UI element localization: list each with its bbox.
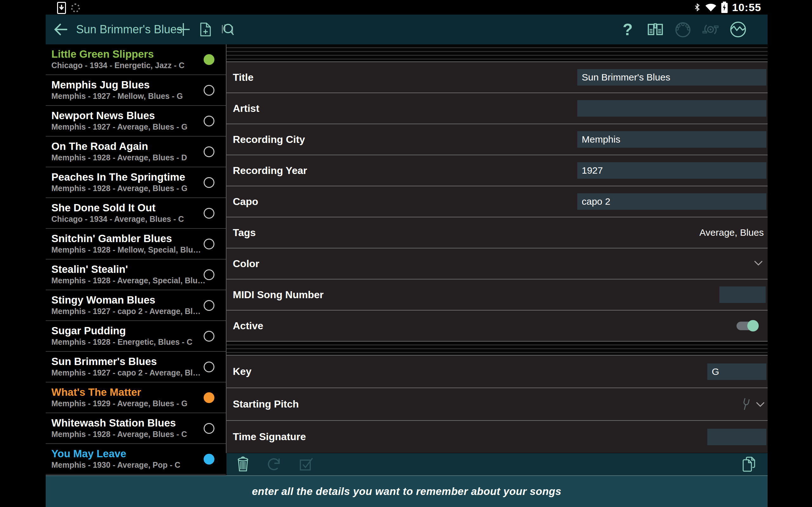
- time-signature-label: Time Signature: [233, 431, 306, 443]
- song-title: On The Road Again: [51, 141, 226, 152]
- song-color-radio[interactable]: [204, 392, 214, 403]
- song-subtitle: Memphis - 1928 - Energetic, Blues - C: [51, 337, 226, 347]
- song-subtitle: Memphis - 1930 - Average, Pop - C: [51, 460, 226, 469]
- back-arrow-button[interactable]: [53, 22, 68, 37]
- title-label: Title: [233, 72, 253, 83]
- pedal-button[interactable]: [702, 20, 719, 38]
- recording-city-input[interactable]: Memphis: [577, 131, 766, 148]
- form-row-midi-song-number: MIDI Song Number: [226, 279, 768, 310]
- song-title: Stingy Woman Blues: [51, 295, 226, 305]
- list-item-song[interactable]: Peaches In The Springtime Memphis - 1928…: [46, 167, 226, 198]
- list-item-song[interactable]: Memphis Jug Blues Memphis - 1927 - Mello…: [46, 75, 226, 106]
- hint-bar: enter all the details you want to rememb…: [46, 475, 768, 507]
- status-left-icons: [57, 2, 80, 14]
- starting-pitch-dropdown[interactable]: [740, 397, 765, 411]
- active-toggle[interactable]: [737, 320, 759, 332]
- phone-download-icon: [57, 2, 66, 14]
- song-subtitle: Chicago - 1934 - Average, Blues - C: [51, 215, 226, 224]
- list-item-song[interactable]: On The Road Again Memphis - 1928 - Avera…: [46, 136, 226, 167]
- add-song-button[interactable]: [176, 22, 191, 37]
- song-color-radio[interactable]: [204, 300, 214, 311]
- section-stripes-top: [226, 44, 768, 61]
- song-title: Whitewash Station Blues: [51, 418, 226, 429]
- artist-input[interactable]: [577, 100, 766, 117]
- song-subtitle: Memphis - 1927 - Mellow, Blues - G: [51, 92, 226, 101]
- capo-input[interactable]: capo 2: [577, 193, 766, 210]
- recording-year-input[interactable]: 1927: [577, 162, 766, 179]
- song-subtitle: Memphis - 1928 - Average, Special, Blu…: [51, 276, 226, 285]
- song-subtitle: Memphis - 1928 - Average, Blues - C: [51, 430, 226, 439]
- midi-song-number-label: MIDI Song Number: [233, 289, 323, 301]
- song-subtitle: Memphis - 1927 - Average, Blues - G: [51, 122, 226, 131]
- song-title: Stealin' Stealin': [51, 264, 226, 275]
- list-item-song[interactable]: Sugar Pudding Memphis - 1928 - Energetic…: [46, 321, 226, 352]
- form-row-tags[interactable]: Tags Average, Blues: [226, 217, 768, 248]
- song-title: Peaches In The Springtime: [51, 172, 226, 182]
- status-bar: 10:55: [0, 0, 812, 14]
- form-row-active: Active: [226, 310, 768, 341]
- duplicate-button[interactable]: [742, 456, 757, 473]
- song-title: Newport News Blues: [51, 110, 226, 121]
- song-color-radio[interactable]: [204, 116, 214, 126]
- form-row-time-signature: Time Signature: [226, 420, 768, 453]
- song-color-radio[interactable]: [204, 361, 214, 372]
- action-bar-left: [235, 453, 314, 475]
- key-input[interactable]: G: [707, 363, 766, 380]
- add-document-button[interactable]: [198, 22, 213, 37]
- artist-label: Artist: [233, 103, 259, 114]
- key-label: Key: [233, 366, 252, 377]
- list-item-song[interactable]: Snitchin' Gambler Blues Memphis - 1928 -…: [46, 229, 226, 260]
- form-row-key: Key G: [226, 355, 768, 388]
- capo-label: Capo: [233, 196, 258, 208]
- list-item-song[interactable]: Whitewash Station Blues Memphis - 1928 -…: [46, 413, 226, 444]
- recording-city-label: Recording City: [233, 134, 305, 146]
- tuner-button[interactable]: [729, 20, 747, 38]
- song-color-radio[interactable]: [204, 85, 214, 96]
- song-color-radio[interactable]: [204, 423, 214, 434]
- list-item-song[interactable]: Stingy Woman Blues Memphis - 1927 - capo…: [46, 290, 226, 321]
- song-title: Sugar Pudding: [51, 326, 226, 336]
- select-button[interactable]: [298, 456, 314, 472]
- app-toolbar: Sun Brimmer's Blues ?: [46, 14, 768, 44]
- time-signature-input[interactable]: [707, 429, 766, 445]
- sync-spinner-icon: [71, 3, 80, 12]
- song-color-radio[interactable]: [204, 54, 214, 65]
- song-title: Sun Brimmer's Blues: [51, 356, 226, 367]
- form-row-starting-pitch[interactable]: Starting Pitch: [226, 388, 768, 420]
- song-color-radio[interactable]: [204, 239, 214, 249]
- form-row-color[interactable]: Color: [226, 248, 768, 279]
- song-color-radio[interactable]: [204, 454, 214, 464]
- list-item-song[interactable]: You May Leave Memphis - 1930 - Average, …: [46, 444, 226, 475]
- color-dropdown[interactable]: [754, 260, 763, 267]
- midi-song-number-input[interactable]: [719, 286, 766, 303]
- toolbar-song-title: Sun Brimmer's Blues: [76, 14, 183, 44]
- bluetooth-icon: [693, 2, 701, 13]
- song-subtitle: Memphis - 1928 - Mellow, Special, Blu…: [51, 245, 226, 255]
- list-item-song[interactable]: Sun Brimmer's Blues Memphis - 1927 - cap…: [46, 352, 226, 383]
- list-item-song[interactable]: Stealin' Stealin' Memphis - 1928 - Avera…: [46, 260, 226, 290]
- undo-button[interactable]: [266, 456, 282, 472]
- song-title: Little Green Slippers: [51, 49, 226, 60]
- song-color-radio[interactable]: [204, 269, 214, 280]
- list-item-song[interactable]: Newport News Blues Memphis - 1927 - Aver…: [46, 106, 226, 136]
- song-list: Little Green Slippers Chicago - 1934 - E…: [46, 44, 226, 475]
- delete-button[interactable]: [235, 456, 251, 472]
- list-item-song[interactable]: What's The Matter Memphis - 1929 - Avera…: [46, 383, 226, 413]
- song-color-radio[interactable]: [204, 331, 214, 342]
- song-color-radio[interactable]: [204, 147, 214, 157]
- song-color-radio[interactable]: [204, 208, 214, 219]
- title-input[interactable]: Sun Brimmer's Blues: [577, 69, 766, 86]
- toolbar-right-actions: ?: [619, 14, 747, 44]
- song-title: Memphis Jug Blues: [51, 79, 226, 90]
- list-item-song[interactable]: She Done Sold It Out Chicago - 1934 - Av…: [46, 198, 226, 229]
- list-item-song[interactable]: Little Green Slippers Chicago - 1934 - E…: [46, 44, 226, 75]
- app-screen: 10:55 Sun Brimmer's Blues ?: [0, 0, 812, 507]
- status-clock: 10:55: [732, 1, 761, 14]
- search-songs-button[interactable]: [220, 22, 235, 37]
- midi-button[interactable]: [674, 20, 692, 38]
- song-color-radio[interactable]: [204, 177, 214, 188]
- battery-charging-icon: [721, 1, 728, 13]
- setlists-button[interactable]: [647, 20, 664, 38]
- color-label: Color: [233, 258, 259, 270]
- help-button[interactable]: ?: [619, 20, 637, 38]
